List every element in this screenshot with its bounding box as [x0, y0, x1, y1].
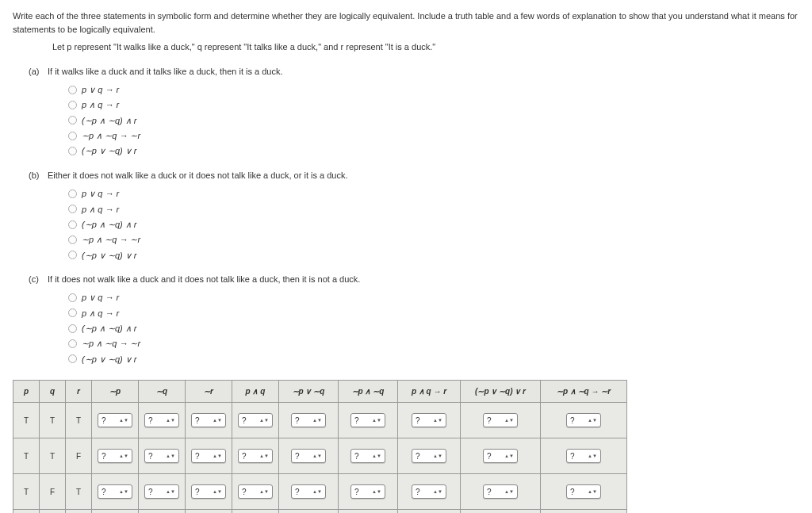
radio-icon[interactable] — [68, 205, 77, 213]
part-b-option-4[interactable]: ∼p ∧ ∼q → ∼r — [68, 232, 799, 246]
chevron-updown-icon: ▲▼ — [312, 490, 322, 494]
truth-cell-select[interactable]: ?▲▼ — [238, 484, 273, 499]
truth-value-cell: T — [66, 474, 92, 510]
chevron-updown-icon: ▲▼ — [312, 454, 322, 458]
truth-cell-select[interactable]: ?▲▼ — [566, 449, 601, 463]
truth-cell-select[interactable]: ?▲▼ — [291, 413, 326, 427]
part-c-option-3[interactable]: (∼p ∧ ∼q) ∧ r — [68, 321, 799, 335]
truth-cell-select[interactable]: ?▲▼ — [238, 413, 273, 427]
chevron-updown-icon: ▲▼ — [119, 454, 128, 458]
part-b-option-2[interactable]: p ∧ q → r — [68, 202, 799, 216]
truth-value-cell: F — [40, 510, 66, 513]
col-header: ∼q — [139, 381, 186, 403]
truth-value-cell: T — [13, 474, 40, 510]
truth-cell-select[interactable]: ?▲▼ — [191, 484, 226, 499]
radio-icon[interactable] — [68, 251, 77, 259]
radio-icon[interactable] — [68, 293, 77, 302]
part-c-option-1[interactable]: p ∨ q → r — [68, 290, 799, 304]
table-row: TFT?▲▼?▲▼?▲▼?▲▼?▲▼?▲▼?▲▼?▲▼?▲▼ — [13, 474, 627, 510]
radio-icon[interactable] — [68, 101, 77, 109]
table-row: TTT?▲▼?▲▼?▲▼?▲▼?▲▼?▲▼?▲▼?▲▼?▲▼ — [13, 403, 627, 438]
part-a-option-2[interactable]: p ∧ q → r — [68, 98, 799, 111]
truth-cell-select[interactable]: ?▲▼ — [191, 449, 226, 463]
chevron-updown-icon: ▲▼ — [504, 419, 514, 423]
col-header: (∼p ∨ ∼q) ∨ r — [461, 381, 541, 403]
chevron-updown-icon: ▲▼ — [433, 454, 442, 458]
chevron-updown-icon: ▲▼ — [119, 419, 128, 423]
part-a-option-4[interactable]: ∼p ∧ ∼q → ∼r — [68, 128, 799, 142]
chevron-updown-icon: ▲▼ — [213, 454, 222, 458]
part-a-statement: (a)If it walks like a duck and it talks … — [29, 65, 799, 78]
chevron-updown-icon: ▲▼ — [504, 490, 514, 494]
radio-icon[interactable] — [68, 147, 77, 155]
chevron-updown-icon: ▲▼ — [433, 419, 442, 423]
chevron-updown-icon: ▲▼ — [588, 490, 597, 494]
truth-cell-select[interactable]: ?▲▼ — [238, 449, 273, 463]
radio-icon[interactable] — [68, 354, 77, 363]
col-header: ∼p — [92, 381, 139, 403]
truth-cell-select[interactable]: ?▲▼ — [483, 449, 518, 463]
radio-icon[interactable] — [68, 190, 77, 198]
truth-cell-select[interactable]: ?▲▼ — [566, 413, 601, 427]
chevron-updown-icon: ▲▼ — [259, 454, 269, 458]
col-header: r — [66, 381, 92, 403]
radio-icon[interactable] — [68, 235, 77, 244]
part-a-option-1[interactable]: p ∨ q → r — [68, 82, 799, 96]
radio-icon[interactable] — [68, 324, 77, 333]
part-b-option-1[interactable]: p ∨ q → r — [68, 186, 799, 200]
part-c-option-4[interactable]: ∼p ∧ ∼q → ∼r — [68, 336, 799, 350]
truth-cell-select[interactable]: ?▲▼ — [98, 449, 132, 463]
truth-cell-select[interactable]: ?▲▼ — [350, 484, 385, 499]
chevron-updown-icon: ▲▼ — [166, 419, 175, 423]
chevron-updown-icon: ▲▼ — [588, 419, 597, 423]
part-c-option-2[interactable]: p ∧ q → r — [68, 306, 799, 320]
part-c-option-5[interactable]: (∼p ∨ ∼q) ∨ r — [68, 352, 799, 366]
chevron-updown-icon: ▲▼ — [213, 490, 222, 494]
col-header: p ∧ q → r — [398, 381, 461, 403]
instructions-line-2: Let p represent "It walks like a duck," … — [52, 40, 799, 54]
truth-cell-select[interactable]: ?▲▼ — [144, 449, 179, 463]
radio-icon[interactable] — [68, 86, 77, 94]
chevron-updown-icon: ▲▼ — [259, 490, 269, 494]
radio-icon[interactable] — [68, 132, 77, 140]
truth-cell-select[interactable]: ?▲▼ — [98, 484, 132, 499]
truth-cell-select[interactable]: ?▲▼ — [412, 449, 446, 463]
truth-cell-select[interactable]: ?▲▼ — [144, 413, 179, 427]
radio-icon[interactable] — [68, 308, 77, 317]
truth-value-cell: F — [66, 510, 92, 513]
truth-value-cell: F — [66, 438, 92, 474]
truth-table: pqr∼p∼q∼rp ∧ q∼p ∨ ∼q∼p ∧ ∼qp ∧ q → r(∼p… — [13, 380, 627, 513]
part-b-option-5[interactable]: (∼p ∨ ∼q) ∨ r — [68, 248, 799, 262]
truth-value-cell: F — [40, 474, 66, 510]
col-header: ∼p ∧ ∼q — [339, 381, 398, 403]
part-a-option-3[interactable]: (∼p ∧ ∼q) ∧ r — [68, 113, 799, 127]
truth-cell-select[interactable]: ?▲▼ — [191, 413, 226, 427]
radio-icon[interactable] — [68, 220, 77, 229]
col-header: ∼p ∧ ∼q → ∼r — [541, 381, 627, 403]
truth-value-cell: T — [40, 438, 66, 474]
chevron-updown-icon: ▲▼ — [588, 454, 597, 458]
radio-icon[interactable] — [68, 339, 77, 348]
truth-cell-select[interactable]: ?▲▼ — [566, 484, 601, 499]
col-header: p — [13, 381, 40, 403]
truth-cell-select[interactable]: ?▲▼ — [144, 484, 179, 499]
truth-value-cell: T — [40, 403, 66, 438]
radio-icon[interactable] — [68, 116, 77, 124]
part-b-option-3[interactable]: (∼p ∧ ∼q) ∧ r — [68, 217, 799, 231]
truth-value-cell: T — [13, 403, 40, 438]
truth-cell-select[interactable]: ?▲▼ — [483, 484, 518, 499]
chevron-updown-icon: ▲▼ — [504, 454, 514, 458]
truth-cell-select[interactable]: ?▲▼ — [483, 413, 518, 427]
truth-cell-select[interactable]: ?▲▼ — [291, 484, 326, 499]
chevron-updown-icon: ▲▼ — [372, 490, 381, 494]
truth-cell-select[interactable]: ?▲▼ — [412, 413, 446, 427]
part-a-option-5[interactable]: (∼p ∨ ∼q) ∨ r — [68, 144, 799, 157]
chevron-updown-icon: ▲▼ — [312, 419, 322, 423]
truth-cell-select[interactable]: ?▲▼ — [98, 413, 132, 427]
truth-cell-select[interactable]: ?▲▼ — [350, 413, 385, 427]
chevron-updown-icon: ▲▼ — [372, 419, 381, 423]
truth-cell-select[interactable]: ?▲▼ — [350, 449, 385, 463]
truth-cell-select[interactable]: ?▲▼ — [412, 484, 446, 499]
table-row: TFF?▲▼?▲▼?▲▼?▲▼?▲▼?▲▼?▲▼?▲▼?▲▼ — [13, 510, 627, 513]
truth-cell-select[interactable]: ?▲▼ — [291, 449, 326, 463]
